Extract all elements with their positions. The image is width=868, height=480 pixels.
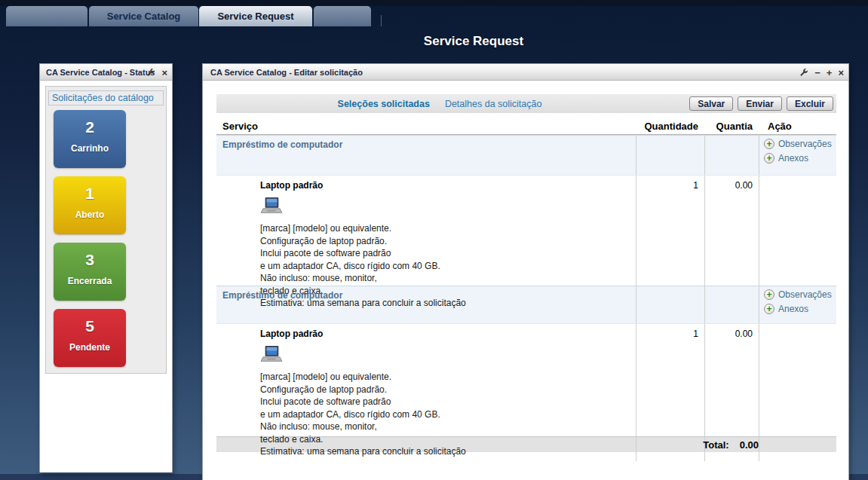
tile-label: Encerrada <box>54 269 126 286</box>
attachments-link[interactable]: + Anexos <box>764 304 836 314</box>
tile-count: 5 <box>54 309 126 335</box>
tab-blank-left[interactable] <box>6 6 87 26</box>
item-name: Laptop padrão <box>260 180 630 195</box>
col-header-action: Ação <box>759 119 836 134</box>
item-name: Laptop padrão <box>260 329 630 344</box>
item-description-line: Inclui pacote de software padrão <box>260 396 630 408</box>
attachments-label: Anexos <box>778 153 808 164</box>
status-tile-encerrada[interactable]: 3 Encerrada <box>54 243 126 301</box>
service-table: Serviço Quantidade Quantia Ação Emprésti… <box>216 119 836 452</box>
edit-request-panel: CA Service Catalog - Editar solicitação … <box>202 63 849 480</box>
plus-icon: + <box>764 289 774 300</box>
tab-request-details[interactable]: Detalhes da solicitação <box>445 99 542 109</box>
close-icon[interactable]: × <box>838 68 844 78</box>
tile-label: Carrinho <box>54 136 126 154</box>
wrench-icon[interactable] <box>146 68 155 77</box>
page-title: Service Request <box>0 34 868 49</box>
status-panel-body: Solicitações do catálogo 2 Carrinho 1 Ab… <box>40 81 172 472</box>
item-quantity: 1 <box>636 324 704 461</box>
item-description-line: teclado e caixa. <box>260 433 630 446</box>
status-tile-aberto[interactable]: 1 Aberto <box>54 176 126 234</box>
save-button[interactable]: Salvar <box>689 96 733 111</box>
tab-service-request[interactable]: Service Request <box>199 6 312 26</box>
status-panel: CA Service Catalog - Status × Solicitaçõ… <box>39 63 173 472</box>
tile-count: 1 <box>54 176 126 203</box>
group-name: Empréstimo de computador <box>216 136 636 175</box>
observations-link[interactable]: + Observações <box>764 139 836 149</box>
request-toolbar-buttons: Salvar Enviar Excluir <box>689 96 833 111</box>
item-description-line: e um adaptador CA, disco rígido com 40 G… <box>260 408 630 421</box>
table-row-item: Laptop padrão [marca] [modelo] ou equiva… <box>216 323 836 436</box>
request-toolbar: Seleções solicitadas Detalhes da solicit… <box>216 94 836 113</box>
status-tile-pendente[interactable]: 5 Pendente <box>54 309 126 367</box>
top-strip <box>0 0 868 6</box>
item-description-line: [marca] [modelo] ou equivalente. <box>260 222 630 235</box>
table-row-group: Empréstimo de computador + Observações +… <box>216 286 836 323</box>
catalog-requests-link[interactable]: Solicitações do catálogo <box>48 90 164 105</box>
request-panel-title: CA Service Catalog - Editar solicitação <box>203 68 363 77</box>
total-value: 0.00 <box>740 439 759 451</box>
laptop-icon <box>260 197 283 216</box>
observations-link[interactable]: + Observações <box>764 289 836 300</box>
minimize-icon[interactable]: − <box>814 68 820 78</box>
tab-selected-selections[interactable]: Seleções solicitadas <box>338 99 430 109</box>
item-description-line: Não incluso: mouse, monitor, <box>260 420 630 433</box>
attachments-label: Anexos <box>778 304 808 314</box>
item-description-line: Não incluso: mouse, monitor, <box>260 272 630 285</box>
tile-label: Pendente <box>54 335 126 353</box>
tile-label: Aberto <box>54 203 126 220</box>
tile-count: 2 <box>54 110 126 136</box>
item-description-line: Inclui pacote de software padrão <box>260 247 630 260</box>
request-toolbar-tabs: Seleções solicitadas Detalhes da solicit… <box>216 94 663 113</box>
plus-icon: + <box>764 153 774 164</box>
maximize-icon[interactable]: + <box>827 68 833 78</box>
tab-service-catalog[interactable]: Service Catalog <box>89 6 198 26</box>
delete-button[interactable]: Excluir <box>787 96 833 111</box>
plus-icon: + <box>764 139 774 149</box>
tab-blank-right[interactable] <box>314 6 371 26</box>
main-tabbar: Service Catalog Service Request <box>0 6 868 26</box>
total-label: Total: <box>703 439 728 451</box>
send-button[interactable]: Enviar <box>738 96 782 111</box>
col-header-quantity: Quantidade <box>636 119 704 134</box>
observations-label: Observações <box>778 289 832 300</box>
group-name: Empréstimo de computador <box>216 286 636 323</box>
item-description-line: Configuração de laptop padrão. <box>260 384 630 396</box>
tile-count: 3 <box>54 243 126 269</box>
status-panel-titlebar: CA Service Catalog - Status × <box>40 64 172 81</box>
close-icon[interactable]: × <box>161 68 167 78</box>
plus-icon: + <box>764 304 774 314</box>
table-row-item: Laptop padrão [marca] [modelo] ou equiva… <box>216 175 836 286</box>
col-header-service: Serviço <box>216 119 636 134</box>
tabbar-divider <box>381 15 382 26</box>
status-panel-title: CA Service Catalog - Status <box>40 68 155 77</box>
item-description-line: e um adaptador CA, disco rígido com 40 G… <box>260 260 630 273</box>
status-tile-container: Solicitações do catálogo 2 Carrinho 1 Ab… <box>45 86 167 374</box>
request-panel-body: Seleções solicitadas Detalhes da solicit… <box>203 81 848 480</box>
col-header-amount: Quantia <box>704 119 759 134</box>
attachments-link[interactable]: + Anexos <box>764 153 836 164</box>
request-panel-titlebar: CA Service Catalog - Editar solicitação … <box>203 64 848 81</box>
wrench-icon[interactable] <box>799 68 808 77</box>
item-description-line: Configuração de laptop padrão. <box>260 235 630 248</box>
status-tile-carrinho[interactable]: 2 Carrinho <box>54 110 126 168</box>
table-row-group: Empréstimo de computador + Observações +… <box>216 135 836 175</box>
observations-label: Observações <box>778 139 832 149</box>
item-description-line: Estimativa: uma semana para concluir a s… <box>260 445 630 458</box>
laptop-icon <box>260 345 283 365</box>
table-header-row: Serviço Quantidade Quantia Ação <box>216 119 836 135</box>
item-description-line: [marca] [modelo] ou equivalente. <box>260 371 630 384</box>
